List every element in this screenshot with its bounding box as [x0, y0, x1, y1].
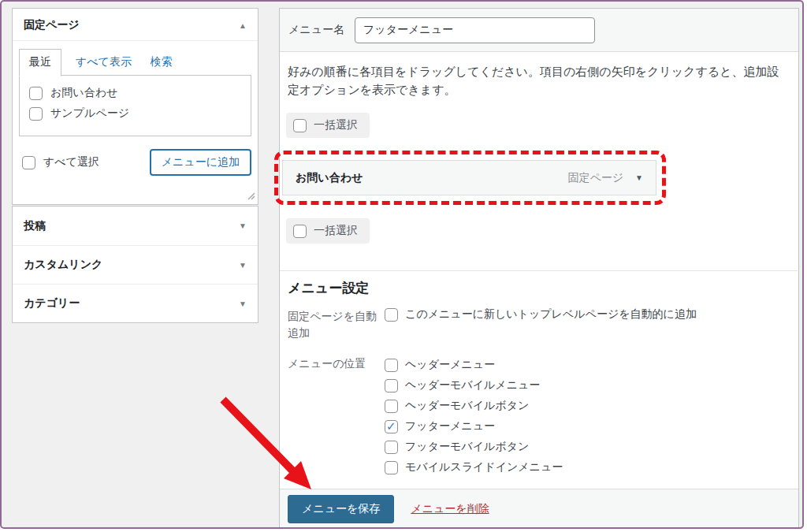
position-checkbox[interactable]: [385, 379, 398, 392]
bulk-select-label: 一括選択: [314, 224, 358, 238]
list-item: サンプルページ: [20, 103, 251, 124]
save-menu-button[interactable]: メニューを保存: [288, 495, 394, 523]
screen: 固定ページ ▲ 最近 すべて表示 検索 お問い合わせ サンプルページ すべて選択…: [0, 0, 804, 529]
position-option-label: ヘッダーメニュー: [405, 358, 495, 372]
menu-item-title: お問い合わせ: [296, 171, 363, 185]
tab-search[interactable]: 検索: [146, 50, 177, 75]
position-checkbox[interactable]: [385, 420, 398, 433]
menu-item-meta: 固定ページ ▼: [567, 171, 643, 185]
pages-panel-actions: すべて選択 メニューに追加: [19, 149, 251, 176]
position-checkbox[interactable]: [385, 359, 398, 372]
menu-item-type: 固定ページ: [567, 171, 623, 185]
chevron-down-icon: ▼: [239, 221, 247, 230]
bulk-select-label: 一括選択: [314, 118, 358, 132]
bulk-select-checkbox[interactable]: [293, 119, 307, 132]
auto-add-option-label: このメニューに新しいトップレベルページを自動的に追加: [405, 307, 697, 322]
page-checkbox-label: サンプルページ: [50, 106, 129, 121]
bulk-select-bottom: 一括選択: [286, 218, 370, 244]
settings-heading: メニュー設定: [288, 279, 369, 297]
menu-name-input[interactable]: [355, 17, 595, 43]
accordion-section-posts[interactable]: 投稿 ▼: [13, 206, 258, 245]
accordion-section-custom-links[interactable]: カスタムリンク ▼: [13, 245, 258, 284]
accordion-section-categories[interactable]: カテゴリー ▼: [13, 284, 258, 322]
resize-grip-icon[interactable]: [246, 190, 255, 203]
position-option-label: ヘッダーモバイルメニュー: [405, 378, 540, 392]
instructions-text: 好みの順番に各項目をドラッグしてください。項目の右側の矢印をクリックすると、追加…: [288, 63, 787, 99]
position-option-label: フッターメニュー: [405, 419, 495, 433]
auto-add-row: 固定ページを自動追加 このメニューに新しいトップレベルページを自動的に追加: [288, 307, 697, 341]
auto-add-field: このメニューに新しいトップレベルページを自動的に追加: [380, 307, 697, 322]
position-checkbox[interactable]: [385, 461, 398, 474]
menu-item-row[interactable]: お問い合わせ 固定ページ ▼: [282, 160, 656, 195]
menu-position-label: メニューの位置: [288, 355, 380, 372]
pages-panel-header[interactable]: 固定ページ ▲: [13, 9, 258, 41]
select-all-control: すべて選択: [19, 155, 99, 169]
page-checkbox-list: お問い合わせ サンプルページ: [19, 75, 251, 136]
page-checkbox-contact[interactable]: [29, 87, 43, 100]
pages-panel-title: 固定ページ: [24, 18, 80, 32]
select-all-checkbox[interactable]: [22, 156, 35, 169]
position-option-row: ヘッダーメニュー: [385, 355, 563, 375]
position-option-row: ヘッダーモバイルボタン: [385, 396, 563, 416]
bulk-select-checkbox[interactable]: [293, 225, 307, 238]
position-checkbox[interactable]: [385, 441, 398, 454]
chevron-down-icon: ▼: [239, 261, 247, 270]
chevron-up-icon[interactable]: ▲: [239, 21, 247, 30]
auto-add-checkbox[interactable]: [385, 308, 398, 322]
accordion-label: カスタムリンク: [24, 258, 102, 272]
position-option-row: モバイルスライドインメニュー: [385, 457, 563, 478]
tab-view-all[interactable]: すべて表示: [71, 50, 136, 75]
position-option-row: フッターメニュー: [385, 416, 563, 437]
chevron-down-icon: ▼: [239, 299, 247, 308]
position-option-label: ヘッダーモバイルボタン: [405, 399, 529, 413]
select-all-label: すべて選択: [43, 155, 99, 169]
position-option-label: モバイルスライドインメニュー: [405, 460, 563, 474]
pages-panel-tabs: 最近 すべて表示 検索: [19, 49, 251, 75]
pages-panel: 固定ページ ▲ 最近 すべて表示 検索 お問い合わせ サンプルページ すべて選択…: [12, 8, 258, 205]
add-to-menu-button[interactable]: メニューに追加: [150, 149, 251, 176]
position-option-row: フッターモバイルボタン: [385, 437, 563, 457]
menu-position-row: メニューの位置 ヘッダーメニュー ヘッダーモバイルメニュー ヘッダーモバイルボタ…: [288, 355, 563, 478]
position-option-row: ヘッダーモバイルメニュー: [385, 375, 563, 396]
menu-position-list: ヘッダーメニュー ヘッダーモバイルメニュー ヘッダーモバイルボタン フッターメニ…: [380, 355, 563, 478]
menu-item-expand-icon[interactable]: ▼: [635, 173, 643, 182]
menu-name-label: メニュー名: [288, 23, 344, 37]
tab-recent[interactable]: 最近: [19, 49, 61, 76]
position-checkbox[interactable]: [385, 400, 398, 413]
settings-divider: [280, 270, 798, 271]
footer-bar: メニューを保存 メニューを削除: [280, 489, 798, 529]
position-option-label: フッターモバイルボタン: [405, 440, 529, 454]
list-item: お問い合わせ: [20, 83, 251, 103]
auto-add-label: 固定ページを自動追加: [288, 307, 380, 341]
accordion-label: カテゴリー: [24, 296, 80, 311]
page-checkbox-label: お問い合わせ: [50, 86, 117, 100]
page-checkbox-sample[interactable]: [29, 107, 43, 121]
accordion-sections: 投稿 ▼ カスタムリンク ▼ カテゴリー ▼: [12, 206, 258, 323]
bulk-select-top: 一括選択: [286, 113, 370, 138]
delete-menu-link[interactable]: メニューを削除: [411, 502, 489, 516]
accordion-label: 投稿: [24, 219, 46, 233]
menu-name-row: メニュー名: [280, 9, 798, 52]
